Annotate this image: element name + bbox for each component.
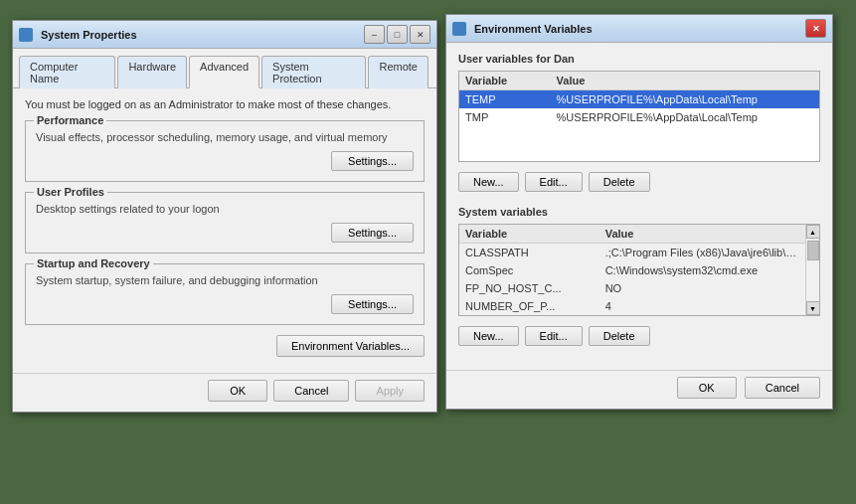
- sys-var-value: C:\Windows\system32\cmd.exe: [599, 261, 805, 279]
- user-vars-section-label: User variables for Dan: [458, 53, 820, 65]
- performance-description: Visual effects, processor scheduling, me…: [36, 131, 414, 143]
- startup-recovery-settings-button[interactable]: Settings...: [331, 294, 414, 314]
- scroll-down-arrow[interactable]: ▼: [806, 301, 820, 315]
- env-vars-title: Environment Variables: [474, 23, 593, 35]
- sys-edit-button[interactable]: Edit...: [525, 326, 583, 346]
- user-delete-button[interactable]: Delete: [589, 172, 650, 192]
- system-vars-section-label: System variables: [458, 206, 820, 218]
- user-vars-table-container: Variable Value TEMP %USERPROFILE%\AppDat…: [458, 71, 820, 162]
- performance-content: Visual effects, processor scheduling, me…: [36, 131, 414, 171]
- system-properties-title: System Properties: [41, 29, 137, 41]
- sys-var-name: ComSpec: [459, 261, 599, 279]
- table-row[interactable]: ComSpec C:\Windows\system32\cmd.exe: [459, 261, 805, 279]
- system-properties-titlebar: System Properties – □ ✕: [13, 21, 436, 49]
- env-cancel-button[interactable]: Cancel: [745, 377, 820, 399]
- user-new-button[interactable]: New...: [458, 172, 519, 192]
- table-row[interactable]: TMP %USERPROFILE%\AppData\Local\Temp: [459, 108, 819, 126]
- table-row[interactable]: NUMBER_OF_P... 4: [459, 297, 805, 315]
- user-vars-buttons: New... Edit... Delete: [458, 168, 820, 196]
- system-properties-icon: [19, 28, 33, 42]
- sys-var-name: FP_NO_HOST_C...: [459, 279, 599, 297]
- sys-delete-button[interactable]: Delete: [589, 326, 650, 346]
- user-profiles-group: User Profiles Desktop settings related t…: [25, 192, 425, 253]
- performance-settings-button[interactable]: Settings...: [331, 151, 414, 171]
- performance-label: Performance: [34, 114, 106, 126]
- system-vars-table-area: Variable Value CLASSPATH .;C:\Program Fi…: [459, 225, 805, 315]
- startup-recovery-label: Startup and Recovery: [34, 257, 153, 269]
- user-profiles-content: Desktop settings related to your logon S…: [36, 203, 414, 243]
- user-var-value: %USERPROFILE%\AppData\Local\Temp: [551, 108, 819, 126]
- tab-remote[interactable]: Remote: [368, 56, 428, 88]
- environment-variables-button[interactable]: Environment Variables...: [276, 335, 425, 357]
- system-properties-tabs: Computer Name Hardware Advanced System P…: [13, 49, 436, 88]
- sys-maximize-button[interactable]: □: [387, 25, 408, 44]
- env-close-button[interactable]: ✕: [805, 19, 826, 38]
- system-vars-table-body: CLASSPATH .;C:\Program Files (x86)\Java\…: [459, 244, 805, 316]
- sys-var-name: CLASSPATH: [459, 244, 599, 262]
- admin-notice: You must be logged on as an Administrato…: [25, 98, 425, 110]
- user-profiles-label: User Profiles: [34, 186, 107, 198]
- system-vars-table: Variable Value CLASSPATH .;C:\Program Fi…: [459, 225, 805, 315]
- startup-recovery-content: System startup, system failure, and debu…: [36, 274, 414, 314]
- system-vars-table-header: Variable Value: [459, 225, 805, 244]
- table-row[interactable]: CLASSPATH .;C:\Program Files (x86)\Java\…: [459, 244, 805, 262]
- user-var-value: %USERPROFILE%\AppData\Local\Temp: [551, 90, 819, 109]
- sys-ok-button[interactable]: OK: [208, 380, 267, 402]
- sys-vars-scrollbar[interactable]: ▲ ▼: [805, 225, 819, 315]
- system-properties-footer: OK Cancel Apply: [13, 373, 436, 412]
- sys-var-name: NUMBER_OF_P...: [459, 297, 599, 315]
- sys-minimize-button[interactable]: –: [364, 25, 385, 44]
- sys-apply-button[interactable]: Apply: [355, 380, 425, 402]
- sys-new-button[interactable]: New...: [458, 326, 519, 346]
- user-vars-table-body: TEMP %USERPROFILE%\AppData\Local\Temp TM…: [459, 90, 819, 127]
- env-vars-content: User variables for Dan Variable Value TE…: [446, 43, 832, 370]
- tab-computer-name[interactable]: Computer Name: [19, 56, 115, 88]
- sys-var-value: .;C:\Program Files (x86)\Java\jre6\lib\e…: [599, 244, 805, 262]
- env-vars-footer: OK Cancel: [446, 370, 832, 409]
- env-titlebar-controls: ✕: [805, 19, 826, 38]
- startup-recovery-description: System startup, system failure, and debu…: [36, 274, 414, 286]
- sys-cancel-button[interactable]: Cancel: [273, 380, 349, 402]
- user-vars-table-header: Variable Value: [459, 72, 819, 90]
- user-var-name: TEMP: [459, 90, 551, 109]
- sys-var-value: 4: [599, 297, 805, 315]
- system-properties-content: You must be logged on as an Administrato…: [13, 88, 436, 373]
- environment-variables-dialog: Environment Variables ✕ User variables f…: [445, 14, 833, 410]
- scroll-thumb[interactable]: [807, 241, 819, 260]
- user-profiles-description: Desktop settings related to your logon: [36, 203, 414, 215]
- scroll-up-arrow[interactable]: ▲: [806, 225, 820, 239]
- user-edit-button[interactable]: Edit...: [525, 172, 583, 192]
- system-vars-table-wrapper: Variable Value CLASSPATH .;C:\Program Fi…: [458, 224, 820, 316]
- user-vars-header-row: Variable Value: [459, 72, 819, 90]
- tab-advanced[interactable]: Advanced: [189, 56, 259, 88]
- table-row[interactable]: FP_NO_HOST_C... NO: [459, 279, 805, 297]
- user-variable-col-header: Variable: [459, 72, 551, 90]
- system-properties-dialog: System Properties – □ ✕ Computer Name Ha…: [12, 20, 437, 413]
- user-var-name: TMP: [459, 108, 551, 126]
- tab-hardware[interactable]: Hardware: [117, 56, 187, 88]
- user-value-col-header: Value: [551, 72, 819, 90]
- performance-group: Performance Visual effects, processor sc…: [25, 120, 425, 182]
- env-vars-btn-container: Environment Variables...: [25, 335, 425, 363]
- user-vars-table: Variable Value TEMP %USERPROFILE%\AppDat…: [459, 72, 819, 126]
- env-vars-icon: [452, 22, 466, 36]
- table-row[interactable]: TEMP %USERPROFILE%\AppData\Local\Temp: [459, 90, 819, 109]
- user-profiles-settings-button[interactable]: Settings...: [331, 223, 414, 243]
- sys-var-value: NO: [599, 279, 805, 297]
- sys-variable-col-header: Variable: [459, 225, 599, 244]
- sys-close-button[interactable]: ✕: [410, 25, 430, 44]
- sys-value-col-header: Value: [599, 225, 805, 244]
- env-vars-titlebar: Environment Variables ✕: [446, 15, 832, 43]
- user-vars-table-scrollable: Variable Value TEMP %USERPROFILE%\AppDat…: [459, 72, 819, 161]
- system-vars-buttons: New... Edit... Delete: [458, 322, 820, 350]
- startup-recovery-group: Startup and Recovery System startup, sys…: [25, 263, 425, 325]
- system-vars-header-row: Variable Value: [459, 225, 805, 244]
- tab-system-protection[interactable]: System Protection: [261, 56, 366, 88]
- sys-titlebar-controls: – □ ✕: [364, 25, 430, 44]
- env-ok-button[interactable]: OK: [677, 377, 737, 399]
